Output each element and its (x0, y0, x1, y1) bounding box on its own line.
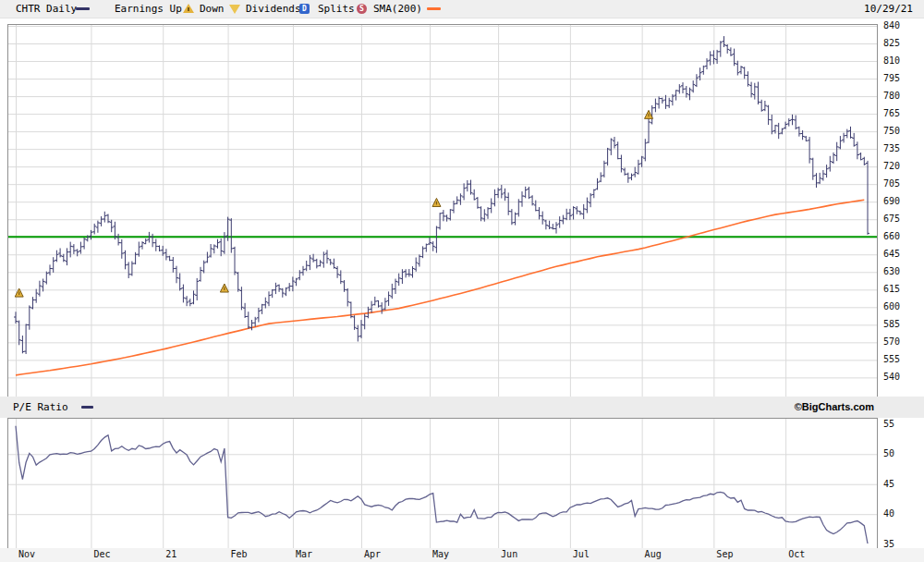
price-tick-label: 585 (883, 319, 920, 329)
month-label: Dec (93, 549, 110, 559)
price-tick-label: 600 (883, 301, 920, 312)
copyright-label: ©BigCharts.com (795, 397, 874, 418)
earnings-down-label: Down (200, 0, 225, 18)
dividend-badge-icon: D (299, 4, 310, 14)
main-price-chart-svg (8, 25, 877, 397)
sma-label: SMA(200) (373, 0, 422, 18)
month-label: 21 (165, 549, 176, 559)
symbol-label: CHTR Daily (16, 0, 77, 18)
pe-tick-label: 35 (883, 539, 920, 549)
split-badge-icon: S (357, 4, 367, 14)
price-tick-label: 810 (883, 55, 920, 66)
price-tick-label: 690 (883, 196, 920, 206)
price-tick-label: 735 (883, 143, 920, 153)
pe-ratio-chart-svg (8, 419, 877, 548)
price-tick-label: 615 (883, 284, 920, 294)
pe-tick-label: 50 (883, 448, 920, 458)
price-tick-label: 630 (883, 266, 920, 276)
month-label: Feb (231, 549, 248, 559)
price-tick-label: 795 (883, 73, 920, 83)
price-tick-label: 840 (883, 20, 920, 31)
pe-tick-label: 45 (883, 479, 920, 489)
pe-tick-label: 55 (883, 419, 920, 429)
dividends-label: Dividends (246, 0, 301, 18)
month-label: Mar (296, 549, 312, 559)
price-tick-label: 780 (883, 91, 920, 101)
month-label: Oct (788, 549, 805, 559)
price-tick-label: 720 (883, 161, 920, 171)
month-label: Aug (645, 549, 662, 559)
ohlc-bars (14, 36, 869, 354)
earnings-up-icon (183, 4, 194, 13)
pe-strip: P/E Ratio ©BigCharts.com (0, 397, 924, 418)
pe-series-dash-icon (81, 406, 93, 409)
price-tick-label: 540 (883, 372, 920, 382)
price-tick-label: 750 (883, 126, 920, 136)
month-axis: NovDec21FebMarAprMayJunJulAugSepOct (0, 548, 924, 562)
pe-ratio-chart-panel (7, 418, 878, 549)
price-tick-label: 765 (883, 108, 920, 118)
pe-tick-label: 40 (883, 508, 920, 519)
month-label: Jun (501, 549, 517, 559)
price-tick-label: 645 (883, 249, 920, 259)
pe-ratio-title: P/E Ratio (13, 397, 68, 418)
price-series-dash-icon (76, 7, 90, 10)
legend-bar: CHTR Daily Earnings Up Down Dividends D … (0, 0, 924, 18)
month-label: Sep (716, 549, 733, 559)
price-tick-label: 705 (883, 178, 920, 189)
price-tick-label: 825 (883, 38, 920, 48)
sma-dash-icon (427, 7, 441, 10)
month-label: Nov (18, 549, 35, 559)
month-label: Jul (573, 549, 590, 559)
month-label: May (432, 549, 449, 559)
month-label: Apr (364, 549, 381, 559)
price-tick-label: 555 (883, 354, 920, 364)
price-tick-label: 570 (883, 336, 920, 347)
price-tick-label: 675 (883, 214, 920, 224)
earnings-down-icon (229, 5, 240, 14)
splits-label: Splits (318, 0, 355, 18)
date-label: 10/29/21 (864, 0, 913, 18)
main-price-chart-panel (7, 24, 878, 397)
price-tick-label: 660 (883, 231, 920, 241)
bigcharts-chart-image: CHTR Daily Earnings Up Down Dividends D … (0, 0, 924, 562)
earnings-up-label: Earnings Up (115, 0, 182, 18)
